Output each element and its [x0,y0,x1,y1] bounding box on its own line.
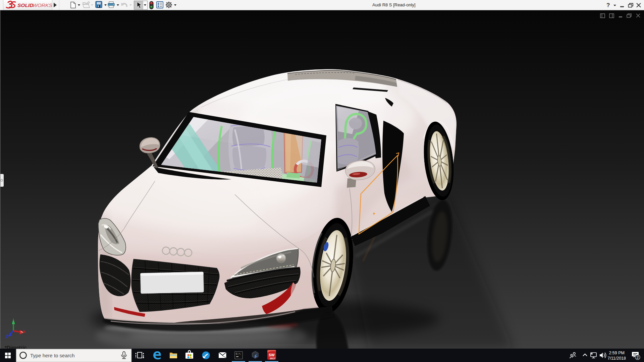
svg-text:SOLID: SOLID [17,2,33,8]
svg-text:WORKS: WORKS [33,2,52,8]
svg-text:?: ? [606,2,610,8]
svg-text:2017: 2017 [270,357,275,360]
svg-text:C:\: C:\ [236,352,241,355]
svg-text:*Dimetric: *Dimetric [5,345,27,349]
svg-text:7/11/2018: 7/11/2018 [607,356,626,361]
svg-text:SW: SW [269,353,275,357]
svg-text:Type here to search: Type here to search [30,353,75,358]
svg-text:2: 2 [637,355,639,359]
svg-text:2:59 PM: 2:59 PM [609,351,625,355]
